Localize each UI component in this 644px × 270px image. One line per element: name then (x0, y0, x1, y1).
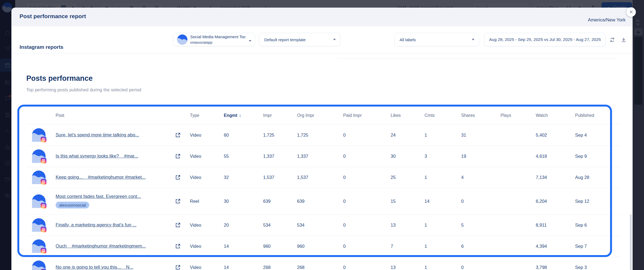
post-link[interactable]: Sure, let's spend more time talking abo.… (56, 132, 139, 138)
instagram-badge-icon (41, 179, 46, 185)
report-template-select[interactable]: Default report template (259, 33, 340, 46)
labels-select-value: All labels (400, 37, 416, 42)
cell-paid-impressions: 0 (343, 133, 391, 138)
post-title-cell: Is this what synergy looks like? #mar... (56, 153, 175, 159)
column-header-label: Org Impr (297, 113, 314, 118)
cell-watch-time: 6,204 (536, 199, 575, 204)
chevron-down-icon (333, 39, 336, 40)
column-header-plays[interactable]: Plays (500, 113, 536, 118)
labels-select[interactable]: All labels (394, 33, 479, 46)
post-link[interactable]: No one is going to tell you this... N... (56, 265, 133, 270)
modal-header: Post performance report America/New York (11, 8, 633, 26)
post-link[interactable]: Most content fades fast. Evergreen cont.… (56, 194, 141, 199)
column-header-shares[interactable]: Shares (461, 113, 500, 118)
column-header-paid_impr[interactable]: Paid Impr (343, 113, 391, 118)
post-link[interactable]: Finally, a marketing agency that's fun .… (56, 222, 136, 228)
profile-name: Social Media Management Toc (190, 34, 246, 39)
cell-comments: 14 (425, 199, 461, 204)
cell-engagement: 30 (224, 199, 263, 204)
date-range-picker[interactable]: Aug 28, 2025 - Sep 25, 2025 vs Jul 30, 2… (484, 33, 606, 46)
cell-organic-impressions: 1,537 (297, 175, 343, 180)
cell-watch-time: 4,394 (536, 244, 575, 249)
cell-likes: 7 (391, 244, 425, 249)
column-header-label: Impr (263, 113, 272, 118)
cell-shares: 5 (461, 223, 500, 228)
profile-avatar (32, 218, 46, 232)
cell-comments: 1 (425, 244, 461, 249)
column-header-watch[interactable]: Watch (536, 113, 575, 118)
cell-organic-impressions: 960 (297, 244, 343, 249)
cell-engagement: 32 (224, 175, 263, 180)
post-avatar-cell (18, 194, 56, 208)
cell-impressions: 639 (263, 199, 297, 204)
cell-published-date: Sep 3 (575, 265, 621, 270)
report-title: Instagram reports (20, 44, 63, 50)
profile-avatar (32, 149, 46, 163)
instagram-badge-icon (41, 158, 46, 163)
column-header-label: Cmts (425, 113, 435, 118)
external-link-icon[interactable] (175, 222, 190, 228)
column-header-org_impr[interactable]: Org Impr (297, 113, 343, 118)
refresh-button[interactable] (608, 36, 616, 44)
column-header-type[interactable]: Type (190, 113, 224, 118)
column-header-engmt[interactable]: Engmt↓ (224, 113, 263, 118)
cell-engagement: 14 (224, 244, 263, 249)
post-link[interactable]: Is this what synergy looks like? #mar... (56, 153, 138, 159)
sort-desc-icon: ↓ (239, 113, 241, 118)
widget-divider (338, 58, 616, 59)
cell-published-date: Sep 4 (575, 133, 621, 138)
cell-engagement: 20 (224, 223, 263, 228)
modal-scrollbar-thumb[interactable] (630, 214, 632, 270)
post-link[interactable]: Keep going... #marketinghumor #market... (56, 175, 146, 180)
external-link-icon[interactable] (175, 243, 190, 249)
cell-engagement: 60 (224, 133, 263, 138)
column-header-label: Paid Impr (343, 113, 362, 118)
report-template-value: Default report template (264, 37, 306, 42)
instagram-badge-icon (41, 203, 46, 208)
post-title-cell: Keep going... #marketinghumor #market... (56, 175, 175, 180)
cell-paid-impressions: 0 (343, 154, 391, 159)
cell-published-date: Aug 28 (575, 175, 621, 180)
post-link[interactable]: Ouch #marketinghumor #marketingmem... (56, 243, 146, 249)
cell-organic-impressions: 268 (297, 265, 343, 270)
cell-engagement: 14 (224, 265, 263, 270)
close-button[interactable]: ✕ (626, 7, 636, 17)
post-avatar-cell (18, 149, 56, 163)
cell-impressions: 268 (263, 265, 297, 270)
column-header-label: Published (575, 113, 594, 118)
download-button[interactable] (620, 36, 628, 44)
external-link-icon[interactable] (175, 265, 190, 270)
cell-comments: 1 (425, 133, 461, 138)
profile-selector[interactable]: Social Media Management Toc vistasociala… (173, 33, 255, 46)
cell-organic-impressions: 1,725 (297, 133, 343, 138)
cell-type: Video (190, 244, 224, 249)
external-link-icon[interactable] (175, 175, 190, 180)
posts-performance-table: PostTypeEngmt↓ImprOrg ImprPaid ImprLikes… (18, 106, 621, 270)
column-header-label: Likes (391, 113, 401, 118)
column-header-cmts[interactable]: Cmts (425, 113, 461, 118)
cell-paid-impressions: 0 (343, 223, 391, 228)
cell-type: Video (190, 154, 224, 159)
external-link-icon[interactable] (175, 153, 190, 159)
section-title: Posts performance (26, 74, 93, 83)
column-header-likes[interactable]: Likes (391, 113, 425, 118)
cell-impressions: 1,725 (263, 133, 297, 138)
external-link-icon[interactable] (175, 198, 190, 204)
profile-avatar (32, 261, 46, 270)
post-title-cell: No one is going to tell you this... N... (56, 265, 175, 270)
section-subtitle: Top performing posts published during th… (26, 87, 141, 92)
cell-likes: 30 (391, 154, 425, 159)
cell-type: Video (190, 265, 224, 270)
cell-watch-time: 7,134 (536, 175, 575, 180)
column-header-impr[interactable]: Impr (263, 113, 297, 118)
external-link-icon[interactable] (175, 132, 190, 138)
column-header-published[interactable]: Published (575, 113, 621, 118)
screen: Select Profiles ≡ ✎ ★ ◔ ▦ ▥ ☰ Monthly (0, 0, 644, 270)
profile-avatar (32, 128, 46, 142)
cell-watch-time: 3,798 (536, 265, 575, 270)
profile-avatar (32, 194, 46, 208)
modal-title: Post performance report (20, 13, 86, 20)
profile-avatar (177, 34, 187, 45)
cell-comments: 1 (425, 265, 461, 270)
column-header-post[interactable]: Post (56, 113, 175, 118)
